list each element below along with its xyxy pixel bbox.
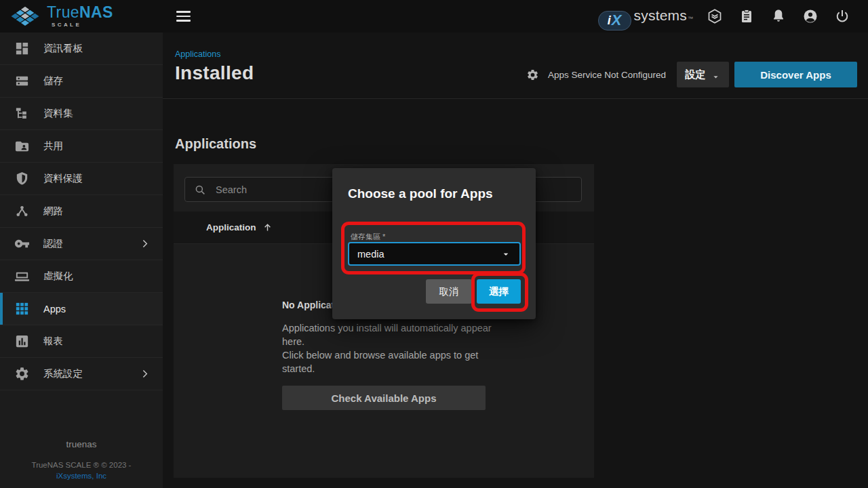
cancel-button[interactable]: 取消 bbox=[426, 279, 472, 304]
chevron-right-icon bbox=[139, 368, 151, 380]
truenas-logo: TrueNAS SCALE bbox=[0, 5, 156, 28]
dialog-title: Choose a pool for Apps bbox=[348, 186, 493, 201]
hostname: truenas bbox=[0, 439, 163, 449]
storage-icon bbox=[14, 73, 30, 89]
search-icon bbox=[194, 184, 206, 196]
sort-arrow-up-icon bbox=[262, 222, 273, 233]
caret-down-icon bbox=[711, 72, 721, 82]
sidebar-item-storage[interactable]: 儲存 bbox=[0, 65, 163, 98]
sidebar-item-apps[interactable]: Apps bbox=[0, 293, 163, 325]
section-title: Applications bbox=[175, 136, 256, 152]
sidebar-item-label: 認證 bbox=[43, 237, 139, 250]
pool-select[interactable]: media bbox=[348, 242, 521, 266]
sidebar-item-reporting[interactable]: 報表 bbox=[0, 325, 163, 358]
reporting-icon bbox=[14, 333, 30, 349]
sidebar-item-dashboard[interactable]: 資訊看板 bbox=[0, 33, 163, 65]
network-icon bbox=[14, 203, 30, 219]
data-protection-icon bbox=[14, 171, 30, 186]
sidebar: 資訊看板儲存資料集共用資料保護網路認證虛擬化Apps報表系統設定 truenas… bbox=[0, 33, 163, 488]
sidebar-item-label: 網路 bbox=[43, 205, 155, 218]
header-controls: Apps Service Not Configured 設定 Discover … bbox=[526, 62, 857, 87]
empty-state-line2: Click below and browse available apps to… bbox=[282, 348, 506, 375]
select-caret-down-icon bbox=[500, 249, 511, 260]
choose-button[interactable]: 選擇 bbox=[477, 279, 521, 304]
shares-icon bbox=[14, 138, 30, 154]
sidebar-item-label: 資料保護 bbox=[43, 172, 155, 185]
jobs-icon[interactable] bbox=[738, 8, 755, 25]
column-application[interactable]: Application bbox=[206, 222, 256, 232]
vendor-link[interactable]: iXsystems, Inc bbox=[0, 472, 163, 480]
sidebar-footer: truenas TrueNAS SCALE ® © 2023 - iXsyste… bbox=[0, 439, 163, 480]
datasets-icon bbox=[14, 106, 30, 121]
sidebar-item-shares[interactable]: 共用 bbox=[0, 130, 163, 163]
truenas-logo-icon bbox=[9, 5, 41, 27]
pool-select-value: media bbox=[357, 249, 500, 260]
sidebar-item-label: 系統設定 bbox=[43, 367, 139, 380]
sidebar-item-label: 共用 bbox=[43, 140, 155, 152]
copyright: TrueNAS SCALE ® © 2023 - bbox=[0, 461, 163, 469]
system-settings-icon bbox=[14, 366, 30, 382]
sidebar-item-network[interactable]: 網路 bbox=[0, 195, 163, 228]
sidebar-item-label: 資料集 bbox=[43, 107, 155, 120]
page-header: Applications Installed Apps Service Not … bbox=[163, 33, 868, 99]
sidebar-item-label: 資訊看板 bbox=[43, 42, 155, 55]
breadcrumb[interactable]: Applications bbox=[175, 49, 220, 59]
ixsystems-logo: iX systems ™ bbox=[598, 7, 693, 26]
sidebar-item-label: 虛擬化 bbox=[43, 270, 155, 283]
sidebar-item-system-settings[interactable]: 系統設定 bbox=[0, 358, 163, 390]
page-title: Installed bbox=[175, 62, 254, 84]
chevron-right-icon bbox=[139, 238, 151, 249]
apps-icon bbox=[14, 301, 30, 317]
alerts-icon[interactable] bbox=[770, 8, 787, 25]
settings-button[interactable]: 設定 bbox=[677, 62, 729, 87]
topbar: TrueNAS SCALE iX systems ™ bbox=[0, 0, 868, 33]
sidebar-item-datasets[interactable]: 資料集 bbox=[0, 98, 163, 130]
sidebar-item-credentials[interactable]: 認證 bbox=[0, 228, 163, 260]
dashboard-icon bbox=[14, 41, 30, 56]
credentials-icon bbox=[14, 236, 30, 251]
discover-apps-button[interactable]: Discover Apps bbox=[734, 62, 857, 87]
brand-name: TrueNAS bbox=[47, 3, 113, 21]
sidebar-item-label: Apps bbox=[43, 304, 155, 314]
user-icon[interactable] bbox=[802, 8, 819, 25]
truenas-app: { "topbar": { "brand": {"name_light": "T… bbox=[0, 0, 868, 488]
topbar-actions bbox=[707, 8, 868, 25]
sidebar-item-data-protection[interactable]: 資料保護 bbox=[0, 163, 163, 195]
choose-pool-dialog: Choose a pool for Apps 儲存集區 * media 取消 選… bbox=[332, 168, 536, 319]
virtualization-icon bbox=[14, 268, 30, 284]
empty-state-line1: Applications you install will automatica… bbox=[282, 321, 506, 348]
check-available-apps-button[interactable]: Check Available Apps bbox=[282, 386, 486, 410]
sidebar-item-label: 報表 bbox=[43, 335, 155, 348]
brand-sub: SCALE bbox=[47, 22, 113, 28]
service-status: Apps Service Not Configured bbox=[548, 70, 666, 80]
sidebar-item-label: 儲存 bbox=[43, 75, 155, 87]
sidebar-nav: 資訊看板儲存資料集共用資料保護網路認證虛擬化Apps報表系統設定 bbox=[0, 33, 163, 390]
ixsystems-oval: iX bbox=[598, 11, 631, 30]
hamburger-icon[interactable] bbox=[172, 7, 195, 25]
power-icon[interactable] bbox=[834, 8, 851, 25]
pool-select-label: 儲存集區 * bbox=[351, 232, 385, 242]
sidebar-item-virtualization[interactable]: 虛擬化 bbox=[0, 260, 163, 293]
truecommand-icon[interactable] bbox=[707, 8, 724, 25]
service-gear-icon[interactable] bbox=[526, 68, 539, 81]
